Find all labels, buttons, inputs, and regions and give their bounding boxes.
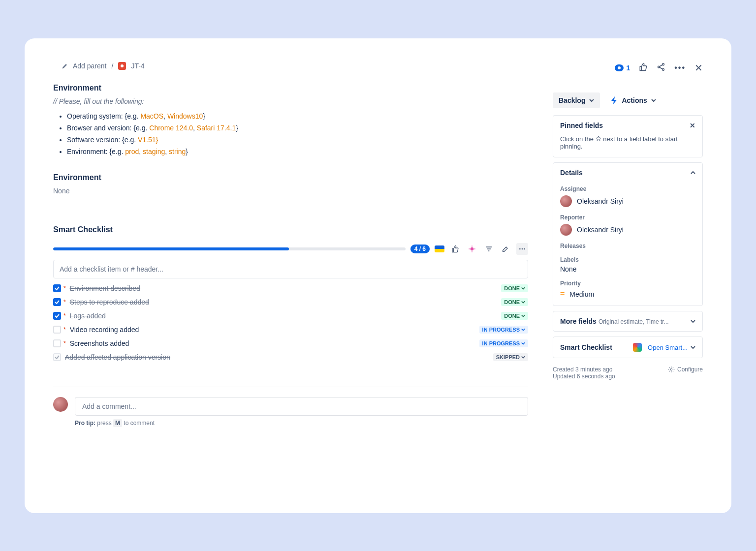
checklist-item[interactable]: Added affected application versionSKIPPE… <box>53 353 528 361</box>
actions-dropdown[interactable]: Actions <box>605 92 662 108</box>
status-badge[interactable]: DONE <box>501 298 528 306</box>
meta-footer: Created 3 minutes ago Updated 6 seconds … <box>553 366 703 380</box>
checklist-item-label: Steps to reproduce added <box>70 298 149 306</box>
details-body: Assignee Oleksandr Siryi Reporter Oleksa… <box>553 183 702 306</box>
eye-icon <box>615 64 624 71</box>
vote-icon[interactable] <box>639 62 648 73</box>
required-indicator: * <box>63 326 66 333</box>
checklist-progress-row: 4 / 6 <box>53 243 528 255</box>
priority-field[interactable]: Priority =Medium <box>560 280 695 299</box>
flag-icon <box>435 245 444 252</box>
issue-key[interactable]: JT-4 <box>131 62 144 70</box>
checklist-item-label: Environment described <box>70 284 140 292</box>
checkbox[interactable] <box>53 353 61 361</box>
checklist-item[interactable]: *Screenshots addedIN PROGRESS <box>53 339 528 347</box>
m-key: M <box>113 419 122 427</box>
smart-checklist-row[interactable]: Smart Checklist Open Smart... <box>553 337 703 358</box>
side-column: 1 ••• ✕ Backlog Actions Pinned fields ✕ <box>553 62 703 491</box>
env-list-item: Software version: {e.g. V1.51} <box>67 136 528 144</box>
edit-icon[interactable] <box>500 243 511 255</box>
pencil-icon <box>62 63 68 69</box>
env-title: Environment <box>53 84 528 92</box>
checklist-item[interactable]: *Logs addedDONE <box>53 312 528 320</box>
smart-checklist-title: Smart Checklist <box>53 225 528 234</box>
required-indicator: * <box>63 299 66 306</box>
pin-icon <box>596 136 601 142</box>
svg-point-3 <box>524 248 525 250</box>
breadcrumb: Add parent / JT-4 <box>62 62 528 70</box>
env-list: Operating system: {e.g. MacOS, Windows10… <box>53 112 528 159</box>
chevron-up-icon <box>691 170 695 175</box>
divider <box>53 387 528 387</box>
env-list-item: Operating system: {e.g. MacOS, Windows10… <box>67 112 528 120</box>
releases-field[interactable]: Releases <box>560 243 695 249</box>
side-actions: 1 ••• ✕ <box>553 62 703 74</box>
checklist: *Environment describedDONE *Steps to rep… <box>53 284 528 361</box>
checklist-item-label: Video recording added <box>70 326 139 334</box>
status-badge[interactable]: SKIPPED <box>493 353 528 361</box>
status-badge[interactable]: IN PROGRESS <box>479 339 528 347</box>
env-list-item: Environment: {e.g. prod, staging, string… <box>67 148 528 155</box>
pinned-fields-body: Click on the next to a field label to st… <box>553 135 702 157</box>
checklist-item[interactable]: *Steps to reproduce addedDONE <box>53 298 528 306</box>
checkbox[interactable] <box>53 298 61 306</box>
main-column: Add parent / JT-4 Environment // Please,… <box>53 62 528 491</box>
progress-bar <box>53 247 406 250</box>
pinned-fields-head: Pinned fields ✕ <box>553 116 702 135</box>
required-indicator: * <box>63 312 66 319</box>
labels-field[interactable]: Labels None <box>560 256 695 273</box>
checkbox[interactable] <box>53 284 61 292</box>
svg-point-2 <box>522 248 523 250</box>
details-panel: Details Assignee Oleksandr Siryi Reporte… <box>553 162 703 306</box>
more-icon[interactable] <box>516 243 528 255</box>
close-icon[interactable]: ✕ <box>694 62 703 74</box>
add-parent-link[interactable]: Add parent <box>73 62 107 70</box>
share-icon[interactable] <box>657 62 665 73</box>
comment-input[interactable]: Add a comment... <box>75 397 528 416</box>
ai-icon[interactable] <box>466 243 478 255</box>
checklist-item[interactable]: *Environment describedDONE <box>53 284 528 292</box>
details-head[interactable]: Details <box>553 163 702 183</box>
env2-title: Environment <box>53 173 528 182</box>
avatar <box>560 224 572 236</box>
reporter-field[interactable]: Reporter Oleksandr Siryi <box>560 214 695 236</box>
assignee-field[interactable]: Assignee Oleksandr Siryi <box>560 185 695 207</box>
kebab-icon[interactable]: ••• <box>674 63 686 72</box>
required-indicator: * <box>63 340 66 347</box>
svg-point-0 <box>471 247 474 251</box>
checkbox[interactable] <box>53 339 61 347</box>
status-actions-row: Backlog Actions <box>553 92 703 108</box>
required-indicator: * <box>63 285 66 292</box>
avatar <box>560 195 572 207</box>
progress-fill <box>53 247 289 250</box>
created-time: Created 3 minutes ago <box>553 366 615 373</box>
thumbs-up-icon[interactable] <box>449 243 461 255</box>
watchers-button[interactable]: 1 <box>615 64 630 72</box>
issue-card: Add parent / JT-4 Environment // Please,… <box>25 38 731 513</box>
status-badge[interactable]: DONE <box>501 284 528 292</box>
bug-icon <box>118 62 126 70</box>
env2-value: None <box>53 187 528 195</box>
add-checklist-input[interactable]: Add a checklist item or # header... <box>53 260 528 278</box>
checklist-item-label: Added affected application version <box>65 353 170 361</box>
comment-tip: Pro tip: press M to comment <box>75 420 528 427</box>
smart-checklist-logo-icon <box>633 343 642 352</box>
checkbox[interactable] <box>53 312 61 320</box>
svg-point-1 <box>519 248 521 250</box>
status-badge[interactable]: DONE <box>501 312 528 320</box>
more-fields-row[interactable]: More fieldsOriginal estimate, Time tr... <box>553 311 703 332</box>
checkbox[interactable] <box>53 326 61 334</box>
status-dropdown[interactable]: Backlog <box>553 92 600 108</box>
chevron-down-icon <box>691 319 695 324</box>
close-pinned-icon[interactable]: ✕ <box>690 122 695 129</box>
env-second: Environment None <box>53 173 528 195</box>
checklist-item-label: Screenshots added <box>70 339 129 347</box>
filter-icon[interactable] <box>483 243 495 255</box>
gear-icon <box>668 366 675 373</box>
tip-prefix: Pro tip: <box>75 420 95 427</box>
priority-medium-icon: = <box>560 290 565 299</box>
pinned-fields-panel: Pinned fields ✕ Click on the next to a f… <box>553 115 703 157</box>
configure-button[interactable]: Configure <box>668 366 703 373</box>
status-badge[interactable]: IN PROGRESS <box>479 326 528 334</box>
checklist-item[interactable]: *Video recording addedIN PROGRESS <box>53 326 528 334</box>
